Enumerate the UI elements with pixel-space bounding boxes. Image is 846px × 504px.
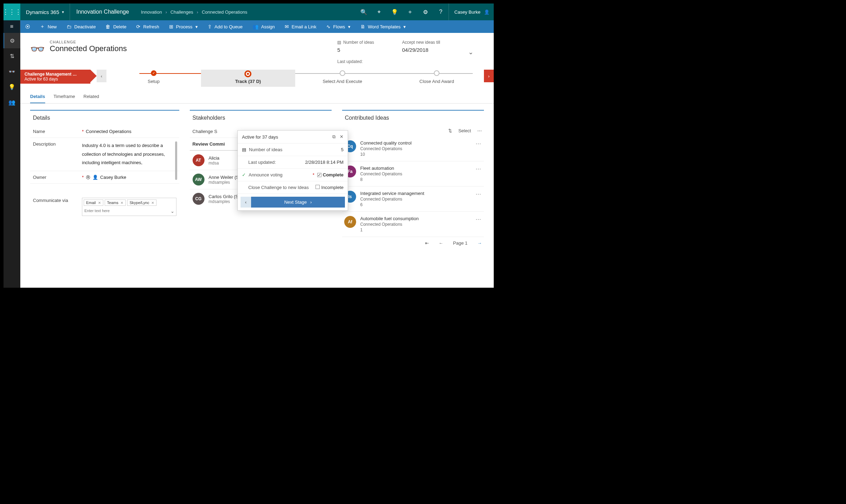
assign-button[interactable]: 👥Assign bbox=[248, 20, 280, 33]
list-item[interactable]: CqConnected quality controlConnected Ope… bbox=[342, 136, 484, 161]
nav-toggle[interactable]: ≡ bbox=[4, 20, 20, 33]
deactivate-button[interactable]: 🗀Deactivate bbox=[62, 20, 100, 33]
delete-button[interactable]: 🗑Delete bbox=[100, 20, 131, 33]
next-stage-button[interactable]: Next Stage› bbox=[251, 197, 345, 208]
process-card[interactable]: Challenge Management … Active for 63 day… bbox=[20, 70, 90, 84]
nav-item[interactable]: 💡 bbox=[4, 79, 20, 94]
more-icon[interactable]: ⋯ bbox=[476, 166, 482, 172]
more-icon[interactable]: ⋯ bbox=[477, 128, 482, 133]
entity-label: CHALLENGE bbox=[50, 40, 127, 44]
stage-node-current[interactable] bbox=[244, 70, 251, 77]
prev-stage-button[interactable]: ‹ bbox=[241, 197, 251, 208]
avatar: Af bbox=[344, 216, 356, 228]
checkbox[interactable]: ✓ bbox=[317, 173, 321, 177]
communicate-field[interactable]: Email✕ Teams✕ Skype/Lync✕ bbox=[82, 198, 176, 216]
more-icon[interactable]: ⋯ bbox=[476, 191, 482, 197]
close-icon[interactable]: ✕ bbox=[340, 134, 344, 140]
remove-icon[interactable]: ✕ bbox=[151, 201, 154, 205]
stage-flyout: Active for 37 days⧉✕ ▤Number of ideas5 L… bbox=[237, 130, 348, 211]
person-icon: 👤 bbox=[484, 9, 490, 15]
refresh-button[interactable]: ⟳Refresh bbox=[131, 20, 164, 33]
record-icon: 👓 bbox=[30, 42, 45, 56]
more-icon[interactable]: ⋯ bbox=[476, 216, 482, 223]
first-page-icon[interactable]: ⇤ bbox=[425, 240, 429, 246]
prev-page-icon[interactable]: ← bbox=[439, 240, 443, 246]
select-button[interactable]: Select bbox=[458, 128, 471, 133]
section-heading: Contributed Ideas bbox=[342, 111, 484, 125]
next-page-icon[interactable]: → bbox=[477, 240, 482, 246]
tab-details[interactable]: Details bbox=[30, 92, 45, 103]
crumb[interactable]: Challenges bbox=[171, 9, 193, 15]
avatar: AW bbox=[193, 174, 204, 186]
stage-prev[interactable]: ‹ bbox=[97, 70, 106, 82]
search-icon[interactable]: 🔍 bbox=[356, 4, 372, 20]
recent-icon[interactable]: ⦿ bbox=[20, 20, 35, 33]
page-title: Connected Operations bbox=[50, 44, 127, 53]
person-icon: 👤 bbox=[92, 175, 98, 180]
user-menu[interactable]: Casey Burke👤 bbox=[449, 4, 494, 20]
expand-header[interactable]: ⌄ bbox=[468, 40, 473, 64]
gear-icon[interactable]: ⚙ bbox=[418, 4, 433, 20]
breadcrumb: Innovation› Challenges› Connected Operat… bbox=[135, 9, 253, 15]
accept-date: 04/29/2018 bbox=[402, 47, 440, 53]
last-updated-label: Last updated: bbox=[337, 59, 374, 64]
stage-node-done[interactable]: ✓ bbox=[151, 70, 157, 76]
chip[interactable]: Skype/Lync✕ bbox=[127, 200, 157, 206]
brand[interactable]: Dynamics 365▾ bbox=[20, 9, 70, 15]
word-templates-button[interactable]: 🗎Word Templates▾ bbox=[355, 20, 411, 33]
stage-next[interactable]: › bbox=[484, 70, 494, 82]
help-icon[interactable]: ? bbox=[433, 4, 449, 20]
nav-item[interactable]: ⇅ bbox=[4, 48, 20, 64]
new-button[interactable]: ＋New bbox=[35, 20, 62, 33]
more-icon[interactable]: ⋯ bbox=[476, 140, 482, 147]
chip[interactable]: Teams✕ bbox=[105, 200, 126, 206]
app-title: Innovation Challenge bbox=[70, 4, 135, 20]
app-launcher-icon[interactable]: ⋮⋮⋮ bbox=[4, 4, 20, 20]
list-item[interactable]: IsIntegrated service managementConnected… bbox=[342, 187, 484, 212]
nav-item[interactable]: 👓 bbox=[4, 64, 20, 79]
chevron-down-icon: ▾ bbox=[62, 10, 64, 14]
queue-button[interactable]: ⇪Add to Queue bbox=[203, 20, 248, 33]
process-button[interactable]: ⊞Process▾ bbox=[164, 20, 203, 33]
crumb[interactable]: Innovation bbox=[141, 9, 162, 15]
section-heading: Stakeholders bbox=[190, 111, 332, 125]
lightbulb-icon[interactable]: 💡 bbox=[387, 4, 402, 20]
owner-field[interactable]: ⦿👤Casey Burke bbox=[86, 175, 176, 180]
plus-icon[interactable]: ＋ bbox=[402, 4, 418, 20]
email-link-button[interactable]: ✉Email a Link bbox=[280, 20, 321, 33]
list-options-icon[interactable]: ⇅ bbox=[448, 128, 452, 133]
tab-timeframe[interactable]: Timeframe bbox=[54, 92, 75, 103]
description-field[interactable]: Industry 4.0 is a term used to describe … bbox=[82, 141, 172, 167]
list-item[interactable]: AfAutomobile fuel consumptionConnected O… bbox=[342, 212, 484, 237]
ideas-count: 5 bbox=[337, 47, 374, 53]
avatar: CG bbox=[193, 193, 204, 205]
chip-input[interactable] bbox=[84, 207, 175, 214]
chip[interactable]: Email✕ bbox=[84, 200, 103, 206]
popout-icon[interactable]: ⧉ bbox=[332, 134, 335, 140]
remove-icon[interactable]: ✕ bbox=[98, 201, 101, 205]
stage-node[interactable] bbox=[434, 70, 439, 76]
scrollbar[interactable] bbox=[175, 141, 177, 180]
chevron-down-icon[interactable]: ⌄ bbox=[171, 209, 174, 214]
list-item[interactable]: FaFleet automationConnected Operations8⋯ bbox=[342, 161, 484, 187]
tab-related[interactable]: Related bbox=[83, 92, 99, 103]
page-label: Page 1 bbox=[453, 240, 467, 246]
remove-icon[interactable]: ✕ bbox=[120, 201, 123, 205]
name-field[interactable]: Connected Operations bbox=[86, 129, 176, 134]
crumb[interactable]: Connected Operations bbox=[202, 9, 247, 15]
task-icon[interactable]: ⌖ bbox=[372, 4, 387, 20]
flows-button[interactable]: ∿Flows▾ bbox=[321, 20, 355, 33]
nav-item[interactable]: 👥 bbox=[4, 94, 20, 110]
checkbox[interactable] bbox=[315, 185, 320, 189]
lock-icon: ▤ bbox=[337, 40, 341, 45]
section-heading: Details bbox=[30, 111, 179, 125]
nav-item[interactable]: ⚙ bbox=[4, 33, 20, 48]
avatar: AT bbox=[193, 154, 204, 166]
stage-node[interactable] bbox=[340, 70, 345, 76]
